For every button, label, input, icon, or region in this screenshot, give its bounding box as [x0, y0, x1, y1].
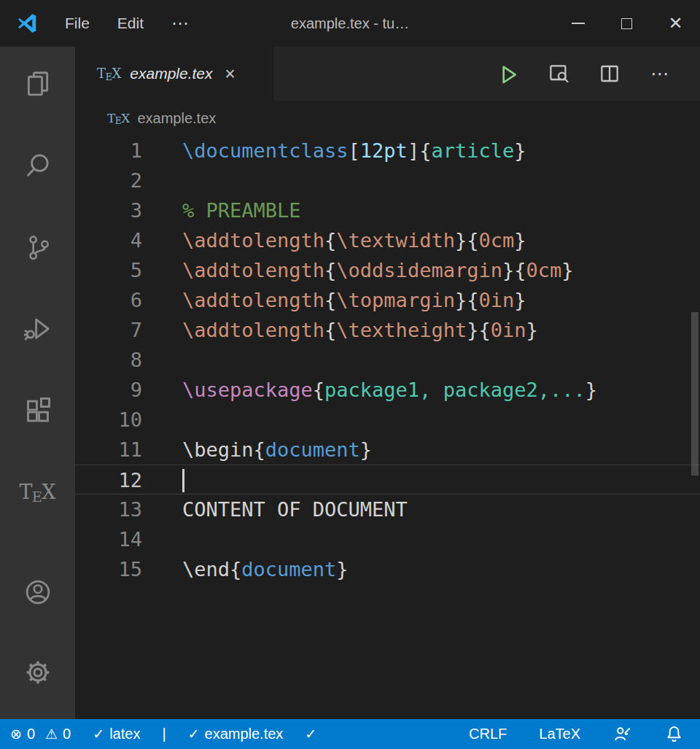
activity-source-control[interactable] — [20, 229, 55, 264]
breadcrumb-file[interactable]: example.tex — [137, 110, 216, 127]
tab-example-tex[interactable]: TEX example.tex ✕ — [75, 47, 273, 101]
line-number[interactable]: 7 — [75, 315, 142, 345]
code-text[interactable]: \documentclass[12pt]{article} — [142, 136, 526, 166]
more-actions-button[interactable]: ⋯ — [648, 61, 674, 87]
settings-button[interactable] — [20, 655, 55, 690]
code-line[interactable]: 13CONTENT OF DOCUMENT — [75, 494, 700, 524]
close-icon: ✕ — [668, 15, 682, 32]
latex-workshop-tex-icon: TEX — [20, 481, 56, 503]
code-line[interactable]: 1\documentclass[12pt]{article} — [75, 136, 700, 166]
search-icon — [24, 151, 52, 179]
code-text[interactable]: \usepackage{package1, package2,...} — [142, 375, 597, 405]
code-line[interactable]: 6\addtolength{\topmargin}{0in} — [75, 285, 700, 315]
line-number[interactable]: 12 — [75, 465, 142, 494]
line-number[interactable]: 3 — [75, 195, 142, 225]
line-number[interactable]: 11 — [75, 435, 142, 465]
feedback-button[interactable] — [612, 724, 632, 744]
editor-actions: ⋯ — [470, 47, 700, 101]
language-mode[interactable]: LaTeX — [539, 726, 580, 742]
line-number[interactable]: 1 — [75, 136, 142, 166]
code-line[interactable]: 10 — [75, 405, 700, 435]
code-text[interactable] — [142, 345, 182, 375]
build-status-check[interactable]: ✓ — [305, 726, 322, 742]
activity-latex-workshop[interactable]: TEX — [20, 474, 55, 509]
code-line[interactable]: 8 — [75, 345, 700, 375]
run-icon — [496, 62, 519, 85]
minimize-button[interactable] — [553, 0, 602, 47]
line-number[interactable]: 13 — [75, 494, 142, 524]
maximize-button[interactable] — [602, 0, 651, 47]
line-number[interactable]: 5 — [75, 255, 142, 285]
code-line[interactable]: 11\begin{document} — [75, 435, 700, 465]
close-button[interactable]: ✕ — [651, 0, 700, 47]
more-actions-icon: ⋯ — [650, 63, 671, 85]
code-line[interactable]: 15\end{document} — [75, 554, 700, 584]
code-line[interactable]: 12 — [75, 465, 700, 494]
code-text[interactable] — [142, 465, 182, 494]
line-number[interactable]: 10 — [75, 405, 142, 435]
activity-search[interactable] — [20, 147, 55, 182]
menu-edit[interactable]: Edit — [104, 0, 158, 47]
code-line[interactable]: 2 — [75, 166, 700, 195]
code-line[interactable]: 5\addtolength{\oddsidemargin}{0cm} — [75, 255, 700, 285]
feedback-icon — [612, 724, 632, 744]
line-number[interactable]: 8 — [75, 345, 142, 375]
window-controls: ✕ — [553, 0, 700, 47]
tab-close-icon[interactable]: ✕ — [225, 66, 236, 82]
code-text[interactable]: CONTENT OF DOCUMENT — [142, 494, 408, 524]
code-line[interactable]: 9\usepackage{package1, package2,...} — [75, 375, 700, 405]
line-number[interactable]: 14 — [75, 524, 142, 554]
code-text[interactable] — [142, 524, 182, 554]
status-bar-right: CRLF LaTeX — [437, 724, 684, 744]
breadcrumb[interactable]: TEX example.tex — [75, 101, 700, 136]
root-file-label: example.tex — [205, 726, 284, 742]
build-run-button[interactable] — [494, 61, 521, 87]
error-count: 0 — [27, 726, 35, 742]
activity-bar-bottom — [20, 575, 55, 719]
view-pdf-icon — [547, 62, 570, 85]
code-line[interactable]: 4\addtolength{\textwidth}{0cm} — [75, 225, 700, 255]
code-text[interactable] — [142, 166, 182, 195]
account-button[interactable] — [20, 575, 55, 610]
code-text[interactable]: \addtolength{\textheight}{0in} — [142, 315, 538, 345]
line-number[interactable]: 9 — [75, 375, 142, 405]
code-text[interactable]: \end{document} — [142, 554, 349, 584]
settings-gear-icon — [24, 659, 52, 686]
view-pdf-button[interactable] — [545, 61, 572, 87]
main-area: TEX TEX example. — [0, 47, 700, 719]
line-number[interactable]: 4 — [75, 225, 142, 255]
menu-overflow[interactable]: ⋯ — [158, 0, 204, 47]
code-text[interactable]: \addtolength{\textwidth}{0cm} — [142, 225, 526, 255]
scrollbar[interactable] — [691, 312, 699, 476]
line-number[interactable]: 15 — [75, 554, 142, 584]
code-text[interactable]: \addtolength{\topmargin}{0in} — [142, 285, 526, 315]
code-line[interactable]: 7\addtolength{\textheight}{0in} — [75, 315, 700, 345]
problems-indicator[interactable]: ⊗ 0 ⚠ 0 — [10, 726, 71, 742]
code-line[interactable]: 3% PREAMBLE — [75, 195, 700, 225]
error-icon: ⊗ — [10, 726, 22, 742]
check-icon: ✓ — [188, 726, 200, 742]
code-line[interactable]: 14 — [75, 524, 700, 554]
account-icon — [24, 578, 52, 606]
notifications-button[interactable] — [664, 724, 684, 744]
check-icon: ✓ — [93, 726, 104, 742]
eol-indicator[interactable]: CRLF — [469, 726, 507, 742]
root-file-status[interactable]: ✓ example.tex — [188, 726, 284, 742]
tab-bar: TEX example.tex ✕ — [75, 47, 700, 101]
bell-icon — [664, 724, 684, 744]
line-number[interactable]: 2 — [75, 166, 142, 195]
code-text[interactable] — [142, 405, 182, 435]
menu-file[interactable]: File — [51, 0, 104, 47]
code-text[interactable]: % PREAMBLE — [142, 195, 301, 225]
titlebar: File Edit ⋯ example.tex - tu… ✕ — [0, 0, 700, 47]
code-text[interactable]: \begin{document} — [142, 435, 372, 465]
activity-explorer[interactable] — [20, 66, 55, 101]
run-debug-icon — [24, 314, 52, 342]
line-number[interactable]: 6 — [75, 285, 142, 315]
activity-run-debug[interactable] — [20, 311, 55, 346]
source-control-icon — [24, 233, 52, 260]
linter-status[interactable]: ✓ latex — [93, 726, 140, 742]
split-editor-button[interactable] — [596, 61, 623, 87]
activity-extensions[interactable] — [20, 392, 55, 427]
code-text[interactable]: \addtolength{\oddsidemargin}{0cm} — [142, 255, 573, 285]
